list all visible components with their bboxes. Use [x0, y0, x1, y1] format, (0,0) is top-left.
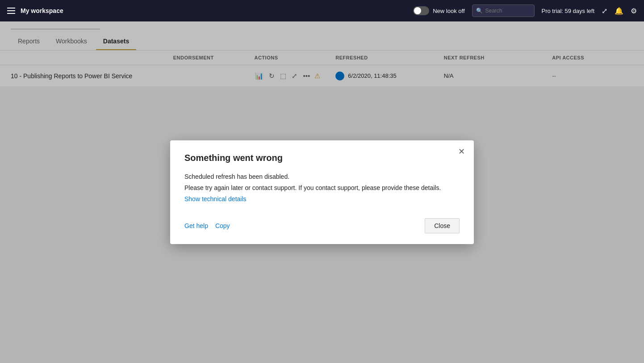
- dialog-footer: Get help Copy Close: [184, 218, 460, 233]
- show-technical-details-link[interactable]: Show technical details: [184, 195, 247, 203]
- hamburger-menu[interactable]: [7, 8, 15, 14]
- workspace-title: My workspace: [21, 7, 63, 14]
- new-look-switch[interactable]: [413, 6, 429, 15]
- get-help-link[interactable]: Get help: [184, 222, 208, 229]
- nav-right: New look off 🔍 Pro trial: 59 days left ⤢…: [413, 4, 637, 17]
- copy-link[interactable]: Copy: [215, 222, 230, 229]
- search-box[interactable]: 🔍: [472, 4, 535, 17]
- notification-icon[interactable]: 🔔: [615, 7, 623, 15]
- top-navbar: My workspace New look off 🔍 Pro trial: 5…: [0, 0, 644, 21]
- new-look-label: New look off: [433, 8, 464, 14]
- new-look-toggle[interactable]: New look off: [413, 6, 464, 15]
- dialog-body: Scheduled refresh has been disabled. Ple…: [184, 172, 460, 204]
- pro-trial-label: Pro trial: 59 days left: [542, 8, 595, 14]
- modal-backdrop: ✕ Something went wrong Scheduled refresh…: [0, 21, 644, 363]
- dialog-title: Something went wrong: [184, 153, 460, 163]
- close-button[interactable]: Close: [425, 218, 460, 233]
- dialog-help-text: Please try again later or contact suppor…: [184, 183, 460, 193]
- dialog-error-message: Scheduled refresh has been disabled.: [184, 172, 460, 182]
- error-dialog: ✕ Something went wrong Scheduled refresh…: [170, 140, 474, 244]
- dialog-close-button[interactable]: ✕: [456, 146, 467, 157]
- search-input[interactable]: [485, 8, 531, 14]
- expand-icon[interactable]: ⤢: [602, 7, 607, 15]
- settings-icon[interactable]: ⚙: [631, 7, 637, 15]
- search-icon: 🔍: [476, 8, 483, 14]
- nav-left: My workspace: [7, 7, 63, 14]
- dialog-footer-left: Get help Copy: [184, 222, 230, 229]
